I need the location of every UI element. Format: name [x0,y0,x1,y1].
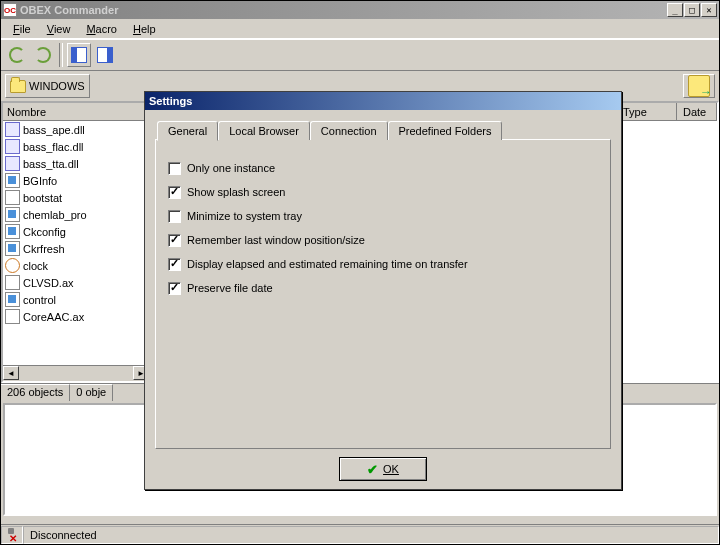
list-item[interactable]: Ckrfresh [3,240,149,257]
tab-local-browser[interactable]: Local Browser [218,121,310,140]
checkbox-label: Only one instance [187,162,275,174]
file-name: bootstat [23,192,62,204]
checkbox[interactable] [168,282,181,295]
file-name: bass_tta.dll [23,158,79,170]
scroll-thumb[interactable] [19,366,133,381]
nav-button[interactable] [683,74,715,98]
toolbar [1,39,719,71]
list-item[interactable]: bass_ape.dll [3,121,149,138]
list-item[interactable]: control [3,291,149,308]
pane-layout-left-button[interactable] [67,43,91,67]
dll-icon [5,139,20,154]
checkbox[interactable] [168,186,181,199]
window-title: OBEX Commander [20,4,667,16]
list-item[interactable]: bass_tta.dll [3,155,149,172]
checkbox[interactable] [168,162,181,175]
close-button[interactable]: ✕ [701,3,717,17]
file-name: bass_flac.dll [23,141,84,153]
settings-dialog: Settings GeneralLocal BrowserConnectionP… [144,91,622,490]
menubar: File View Macro Help [1,19,719,39]
list-item[interactable]: BGInfo [3,172,149,189]
checkbox-label: Minimize to system tray [187,210,302,222]
ax-icon [5,309,20,324]
file-name: bass_ape.dll [23,124,85,136]
tabstrip: GeneralLocal BrowserConnectionPredefined… [157,121,611,140]
objects-count: 206 objects [1,384,70,401]
tab-connection[interactable]: Connection [310,121,388,140]
dll-icon [5,156,20,171]
list-item[interactable]: CLVSD.ax [3,274,149,291]
app-icon [5,292,20,307]
pane-left-icon [71,47,87,63]
file-name: Ckconfig [23,226,66,238]
menu-macro[interactable]: Macro [78,21,125,37]
tab-predefined-folders[interactable]: Predefined Folders [388,121,503,140]
list-item[interactable]: bootstat [3,189,149,206]
clk-icon [5,258,20,273]
minimize-button[interactable]: _ [667,3,683,17]
checkbox-label: Show splash screen [187,186,285,198]
file-name: control [23,294,56,306]
folder-go-icon [688,75,710,97]
checkbox[interactable] [168,234,181,247]
app-icon [5,241,20,256]
refresh-icon [9,47,25,63]
address-path-button[interactable]: WINDOWS [5,74,90,98]
checkbox[interactable] [168,258,181,271]
sync-button[interactable] [31,43,55,67]
list-item[interactable]: bass_flac.dll [3,138,149,155]
maximize-button[interactable]: □ [684,3,700,17]
checkmark-icon: ✔ [367,462,378,477]
app-icon [5,173,20,188]
col-date[interactable]: Date [677,103,717,121]
left-column-header[interactable]: Nombre [3,103,149,121]
file-name: CoreAAC.ax [23,311,84,323]
file-name: BGInfo [23,175,57,187]
ok-button[interactable]: ✔ OK [339,457,427,481]
tab-panel-general: Only one instanceShow splash screenMinim… [155,139,611,449]
disconnected-icon [8,528,16,542]
dialog-title: Settings [145,92,621,110]
file-name: clock [23,260,48,272]
list-item[interactable]: clock [3,257,149,274]
menu-view[interactable]: View [39,21,79,37]
objects-selected: 0 obje [70,384,113,401]
scroll-left-icon[interactable]: ◄ [3,366,19,380]
checkbox[interactable] [168,210,181,223]
pane-layout-right-button[interactable] [93,43,117,67]
col-type[interactable]: Type [617,103,677,121]
menu-file[interactable]: File [5,21,39,37]
checkbox-label: Remember last window position/size [187,234,365,246]
app-icon [5,224,20,239]
status-bar: Disconnected [1,524,719,544]
option-row: Show splash screen [168,180,598,204]
list-item[interactable]: Ckconfig [3,223,149,240]
file-name: chemlab_pro [23,209,87,221]
folder-icon [10,80,26,93]
sync-icon [35,47,51,63]
list-item[interactable]: chemlab_pro [3,206,149,223]
address-path: WINDOWS [29,80,85,92]
refresh-button[interactable] [5,43,29,67]
checkbox-label: Display elapsed and estimated remaining … [187,258,468,270]
app-icon [5,207,20,222]
option-row: Remember last window position/size [168,228,598,252]
file-name: Ckrfresh [23,243,65,255]
connection-status-text: Disconnected [23,526,719,544]
option-row: Only one instance [168,156,598,180]
connection-status-icon-cell [1,526,23,544]
app-logo-icon: OC [3,3,17,17]
left-pane: Nombre bass_ape.dllbass_flac.dllbass_tta… [1,101,151,383]
file-list[interactable]: bass_ape.dllbass_flac.dllbass_tta.dllBGI… [3,121,149,365]
menu-help[interactable]: Help [125,21,164,37]
checkbox-label: Preserve file date [187,282,273,294]
tab-general[interactable]: General [157,121,218,141]
file-name: CLVSD.ax [23,277,74,289]
option-row: Preserve file date [168,276,598,300]
scrollbar-horizontal[interactable]: ◄ ► [3,365,149,381]
toolbar-separator [59,43,63,67]
dat-icon [5,190,20,205]
list-item[interactable]: CoreAAC.ax [3,308,149,325]
ok-button-label: OK [383,463,399,475]
option-row: Display elapsed and estimated remaining … [168,252,598,276]
